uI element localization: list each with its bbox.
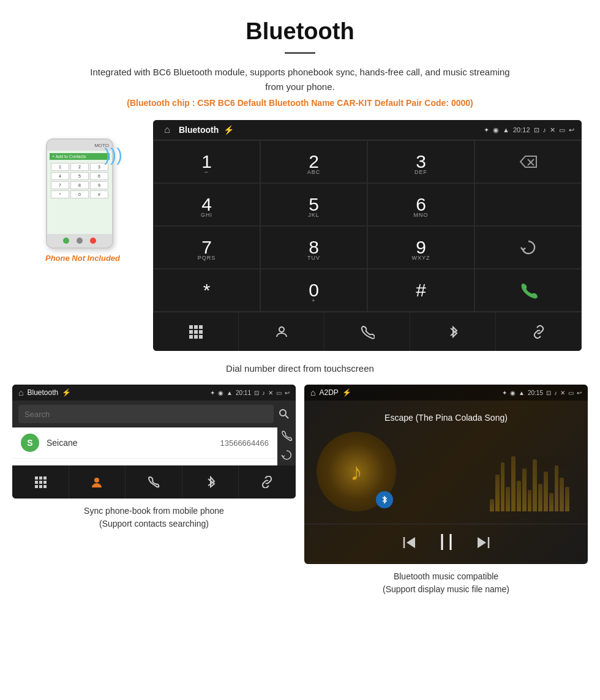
- dial-bluetooth-nav-icon[interactable]: [410, 312, 496, 351]
- dial-caption: Dial number direct from touchscreen: [226, 363, 374, 374]
- pb-close-icon[interactable]: ✕: [268, 390, 273, 396]
- music-album-art: ♪: [317, 432, 396, 511]
- music-song-title: Escape (The Pina Colada Song): [384, 413, 508, 423]
- pb-usb-icon: ⚡: [62, 388, 71, 397]
- dial-phone-icon[interactable]: [324, 312, 410, 351]
- pb-right-phone-icon[interactable]: [281, 430, 292, 443]
- phone-call-button[interactable]: [63, 238, 69, 244]
- pb-contacts-area: S Seicane 13566664466: [12, 427, 296, 465]
- music-prev-button[interactable]: [402, 535, 418, 554]
- phone-key-4[interactable]: 4: [51, 172, 69, 180]
- dial-link-icon[interactable]: [496, 312, 582, 351]
- dial-refresh-button[interactable]: [474, 226, 582, 269]
- phone-illustration: ))) MOTO + Add to Contacts 1 2 3 4 5: [46, 138, 119, 249]
- music-caption: Bluetooth music compatible(Support displ…: [383, 570, 509, 596]
- music-close-icon[interactable]: ✕: [560, 390, 565, 396]
- phone-key-7[interactable]: 7: [51, 181, 69, 189]
- music-back-icon[interactable]: ↩: [577, 390, 582, 396]
- pb-search-input[interactable]: [18, 405, 274, 423]
- phone-not-included-label: Phone Not Included: [45, 254, 120, 263]
- phone-key-9[interactable]: 9: [90, 181, 108, 189]
- phonebook-caption: Sync phone-book from mobile phone(Suppor…: [84, 505, 224, 530]
- phone-key-5[interactable]: 5: [70, 172, 89, 180]
- dial-key-3[interactable]: 3 DEF: [367, 140, 474, 183]
- phone-key-hash[interactable]: #: [90, 190, 108, 198]
- pb-right-icons: [277, 427, 296, 465]
- svg-point-13: [280, 410, 286, 416]
- pb-status-bar: ⌂ Bluetooth ⚡ ✦ ◉ ▲ 20:11 ⊡ ♪ ✕ ▭ ↩: [12, 385, 296, 401]
- music-title: A2DP: [319, 388, 338, 397]
- phone-end-button[interactable]: [90, 238, 96, 244]
- pb-time: 20:11: [236, 390, 251, 396]
- music-window-icon: ▭: [568, 390, 574, 396]
- svg-marker-30: [478, 537, 486, 548]
- dial-key-hash[interactable]: #: [367, 269, 474, 312]
- svg-point-24: [94, 478, 99, 483]
- dial-status-bar: ⌂ Bluetooth ⚡ ✦ ◉ ▲ 20:12 ⊡ ♪ ✕ ▭ ↩: [153, 120, 582, 140]
- dial-key-2[interactable]: 2 ABC: [260, 140, 367, 183]
- pb-nav-bluetooth[interactable]: [182, 465, 239, 499]
- dial-key-5[interactable]: 5 JKL: [260, 183, 367, 226]
- header-description: Integrated with BC6 Bluetooth module, su…: [86, 65, 514, 94]
- dial-time: 20:12: [513, 126, 530, 134]
- pb-title: Bluetooth: [27, 388, 58, 397]
- pb-status-right: ✦ ◉ ▲ 20:11 ⊡ ♪ ✕ ▭ ↩: [210, 390, 290, 396]
- phone-key-0[interactable]: 0: [70, 190, 89, 198]
- dial-key-6[interactable]: 6 MNO: [367, 183, 474, 226]
- phone-key-8[interactable]: 8: [70, 181, 89, 189]
- back-icon[interactable]: ↩: [569, 126, 574, 134]
- phone-key-star[interactable]: *: [51, 190, 69, 198]
- pb-bottom-bar: [12, 465, 296, 499]
- phone-home-button[interactable]: [77, 238, 83, 244]
- dial-call-button[interactable]: [474, 269, 582, 312]
- dial-delete-button[interactable]: [474, 140, 582, 183]
- pb-home-icon: ⌂: [18, 388, 23, 397]
- pb-contact-row[interactable]: S Seicane 13566664466: [12, 427, 277, 459]
- dial-status-left: ⌂ Bluetooth ⚡: [160, 124, 234, 136]
- page-title: Bluetooth: [24, 18, 576, 45]
- svg-rect-16: [39, 476, 42, 480]
- pb-nav-contacts[interactable]: [69, 465, 126, 499]
- music-play-button[interactable]: [436, 532, 457, 557]
- pb-nav-link[interactable]: [239, 465, 296, 499]
- svg-rect-18: [35, 481, 38, 484]
- pb-contacts-list: S Seicane 13566664466: [12, 427, 277, 465]
- signal-icon: ▲: [503, 126, 509, 134]
- dial-apps-icon[interactable]: [153, 312, 239, 351]
- phone-key-2[interactable]: 2: [70, 163, 89, 171]
- music-bt-badge-icon: [376, 491, 393, 508]
- dial-key-9[interactable]: 9 WXYZ: [367, 226, 474, 269]
- dial-empty-1: [474, 183, 582, 226]
- bluetooth-waves-icon: ))): [104, 145, 122, 165]
- phone-key-1[interactable]: 1: [51, 163, 69, 171]
- dial-grid: 1 ∽ 2 ABC 3 DEF 4 GHI: [153, 140, 582, 312]
- pb-signal-icon: ▲: [227, 390, 233, 396]
- music-status-bar: ⌂ A2DP ⚡ ✦ ◉ ▲ 20:15 ⊡ ♪ ✕ ▭ ↩: [304, 385, 588, 401]
- close-icon[interactable]: ✕: [550, 126, 555, 134]
- music-volume-icon: ♪: [554, 390, 557, 396]
- music-screenshot: ⌂ A2DP ⚡ ✦ ◉ ▲ 20:15 ⊡ ♪ ✕ ▭ ↩: [304, 385, 588, 564]
- volume-icon: ♪: [543, 126, 547, 134]
- dial-key-star[interactable]: *: [153, 269, 260, 312]
- music-signal-icon: ▲: [519, 390, 525, 396]
- phone-body: MOTO + Add to Contacts 1 2 3 4 5 6 7 8: [46, 138, 113, 249]
- pb-right-refresh-icon[interactable]: [281, 450, 292, 463]
- dial-key-0[interactable]: 0 +: [260, 269, 367, 312]
- phone-top-bar: MOTO: [47, 140, 112, 151]
- pb-nav-apps[interactable]: [12, 465, 69, 499]
- bluetooth-icon: ✦: [484, 126, 489, 134]
- pb-back-icon[interactable]: ↩: [285, 390, 290, 396]
- dial-key-1[interactable]: 1 ∽: [153, 140, 260, 183]
- phone-key-6[interactable]: 6: [90, 172, 108, 180]
- svg-rect-10: [194, 335, 198, 339]
- dial-key-7[interactable]: 7 PQRS: [153, 226, 260, 269]
- dial-key-4[interactable]: 4 GHI: [153, 183, 260, 226]
- music-next-button[interactable]: [475, 535, 491, 554]
- dial-key-8[interactable]: 8 TUV: [260, 226, 367, 269]
- dial-contacts-icon[interactable]: [239, 312, 324, 351]
- pb-search-icon: [279, 408, 290, 420]
- svg-rect-9: [189, 335, 193, 339]
- window-icon: ▭: [559, 126, 565, 134]
- pb-nav-phone[interactable]: [126, 465, 182, 499]
- music-location-icon: ◉: [510, 390, 516, 396]
